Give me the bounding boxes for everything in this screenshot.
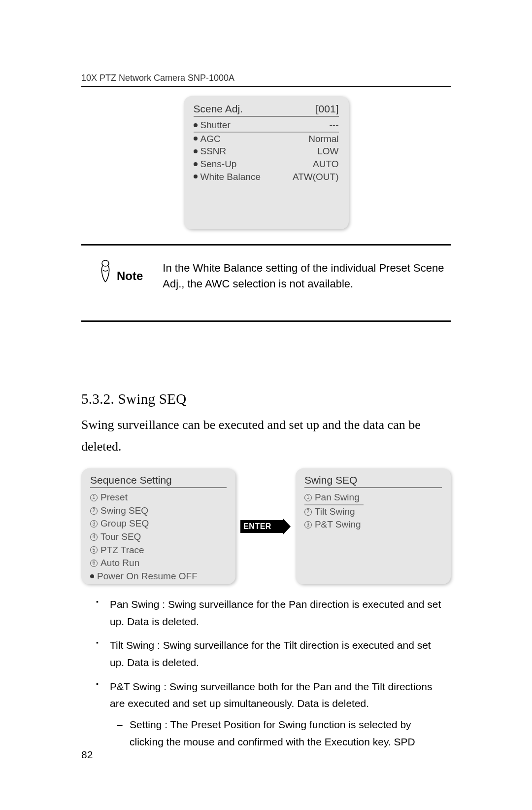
scene-item-label: Shutter [200,119,231,132]
divider [81,320,451,322]
menu-item: 1Pan Swing [304,491,364,505]
arrow-right-icon [274,518,291,535]
scene-item: SSNR LOW [194,145,339,158]
bullet-item: Tilt Swing : Swing surveillance for the … [110,637,446,671]
scene-item-value: AUTO [313,158,338,171]
page-number: 82 [81,749,93,761]
menu-item: 6Auto Run [90,557,227,570]
bullet-dot [194,175,198,178]
bullet-item: Pan Swing : Swing surveillance for the P… [110,596,446,630]
scene-item: White Balance ATW(OUT) [194,171,339,183]
scene-item: AGC Normal [194,133,339,145]
scene-adj-title: Scene Adj. [194,103,243,115]
menu-item: Power On Resume OFF [90,570,227,583]
scene-item: Sens-Up AUTO [194,158,339,171]
bullet-dot [194,137,198,141]
enter-badge: ENTER [240,520,274,533]
note-text: In the White Balance setting of the indi… [163,259,451,292]
panel-title: Sequence Setting [90,474,227,488]
note-hand-icon [96,259,115,283]
swing-seq-panel: Swing SEQ 1Pan Swing 2Tilt Swing 3P&T Sw… [296,468,451,584]
scene-item-value: --- [330,119,339,132]
menu-item: 3Group SEQ [90,517,227,530]
bullet-item: P&T Swing : Swing surveillance both for … [110,678,446,751]
scene-item-label: SSNR [200,145,227,158]
scene-item-value: Normal [308,133,338,145]
bullet-list: Pan Swing : Swing surveillance for the P… [81,596,451,750]
enter-arrow: ENTER [240,518,291,535]
scene-adj-index: [001] [316,103,339,115]
menu-item: 4Tour SEQ [90,530,227,544]
menu-item: 3P&T Swing [304,518,442,531]
note-block: Note In the White Balance setting of the… [81,246,451,306]
bullet-dot [194,162,198,166]
bullet-dot [194,149,198,153]
scene-adj-panel: Scene Adj. [001] Shutter --- AGC Normal … [184,96,349,229]
scene-item-label: AGC [200,133,221,145]
menu-item: 2Tilt Swing [304,505,442,519]
svg-marker-1 [274,518,291,535]
scene-item-label: White Balance [200,171,261,183]
panel-title: Swing SEQ [304,474,442,488]
section-body: Swing surveillance can be executed and s… [81,414,451,458]
menu-item: 5PTZ Trace [90,544,227,557]
section-heading: 5.3.2. Swing SEQ [81,391,451,407]
scene-item-value: LOW [317,145,338,158]
sub-bullet-item: Setting : The Preset Position for Swing … [130,716,446,750]
header-text: 10X PTZ Network Camera SNP-1000A [81,73,451,87]
bullet-dot [194,123,198,127]
sequence-setting-panel: Sequence Setting 1Preset 2Swing SEQ 3Gro… [81,468,235,584]
scene-item-label: Sens-Up [200,158,237,171]
note-label: Note [117,269,143,283]
scene-item: Shutter --- [194,119,339,133]
menu-item: 2Swing SEQ [90,504,227,518]
scene-item-value: ATW(OUT) [293,171,339,183]
menu-item: 1Preset [90,491,227,504]
